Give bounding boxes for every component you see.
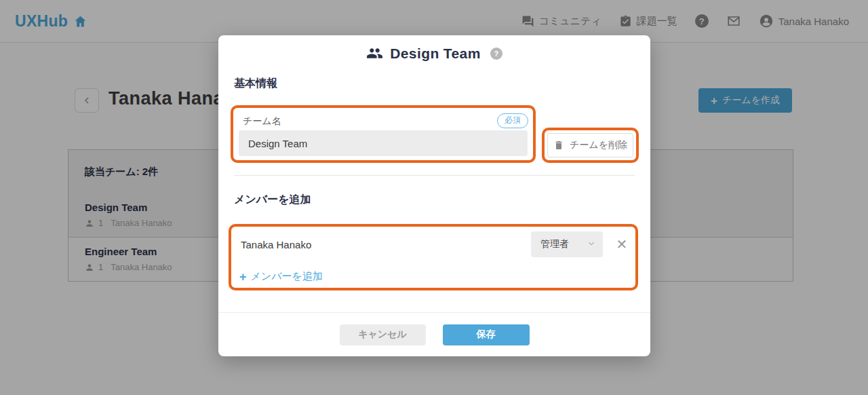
cancel-button[interactable]: キャンセル <box>340 324 426 345</box>
app: UXHub コミュニティ 課題一覧 ? Tanaka Hanak <box>0 0 868 395</box>
team-name-label: チーム名 <box>243 115 281 128</box>
member-name: Tanaka Hanako <box>241 239 531 250</box>
team-edit-modal: Design Team ? 基本情報 チーム名 必須 チームを削除 メンバーを追… <box>218 35 650 356</box>
plus-icon: + <box>239 271 247 283</box>
section-divider <box>234 175 635 176</box>
modal-title: Design Team <box>390 45 481 62</box>
modal-help-icon[interactable]: ? <box>490 48 502 60</box>
delete-team-highlight-box: チームを削除 <box>542 128 639 163</box>
delete-team-button[interactable]: チームを削除 <box>547 133 633 157</box>
required-badge: 必須 <box>497 113 528 128</box>
chevron-down-icon <box>587 239 596 250</box>
team-name-highlight-box: チーム名 必須 <box>231 105 536 163</box>
basic-info-heading: 基本情報 <box>234 77 277 91</box>
delete-team-label: チームを削除 <box>570 139 627 151</box>
team-name-input[interactable] <box>239 130 528 156</box>
add-member-link[interactable]: + メンバーを追加 <box>239 270 323 283</box>
members-heading: メンバーを追加 <box>234 193 311 207</box>
role-value: 管理者 <box>540 238 569 250</box>
modal-footer: キャンセル 保存 <box>218 312 650 356</box>
members-highlight-box: Tanaka Hanako 管理者 ✕ + メンバーを追加 <box>229 224 638 290</box>
remove-member-icon[interactable]: ✕ <box>614 238 630 251</box>
save-button[interactable]: 保存 <box>443 324 530 345</box>
team-group-icon <box>366 45 383 62</box>
trash-icon <box>553 140 564 151</box>
modal-title-row: Design Team ? <box>218 45 650 62</box>
role-select[interactable]: 管理者 <box>531 231 603 257</box>
member-row: Tanaka Hanako 管理者 ✕ <box>241 231 630 257</box>
add-member-label: メンバーを追加 <box>251 270 323 283</box>
